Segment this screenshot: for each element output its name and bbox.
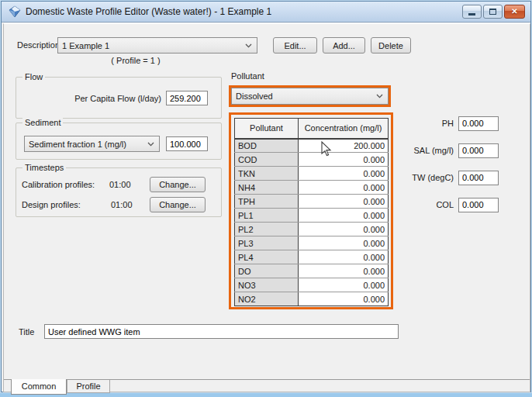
scalar-field-row: COL (361, 197, 500, 212)
pollutant-name-cell: COD (235, 153, 299, 167)
scalar-field-row: TW (degC) (361, 170, 500, 185)
profile-note: ( Profile = 1 ) (89, 56, 182, 65)
pollutant-name-cell: NO3 (235, 278, 299, 292)
timesteps-groupbox: Timesteps Calibration profiles: 01:00 Ch… (16, 167, 222, 217)
scalar-field-label: PH (361, 119, 454, 128)
close-icon: ✕ (511, 8, 517, 16)
tab-common[interactable]: Common (11, 379, 67, 395)
pollutant-name-cell: BOD (235, 139, 299, 153)
timesteps-legend: Timesteps (22, 163, 66, 172)
pollutant-name-cell: PL4 (235, 250, 299, 264)
concentration-cell[interactable]: 0.000 (299, 264, 389, 278)
flow-groupbox: Flow Per Capita Flow (l/day) (16, 77, 222, 119)
chevron-down-icon (147, 142, 154, 147)
scalar-field-label: TW (degC) (361, 173, 454, 182)
pollutant-name-cell: NO2 (235, 292, 299, 306)
per-capita-flow-label: Per Capita Flow (l/day) (16, 94, 161, 103)
description-combobox[interactable]: 1 Example 1 (57, 37, 257, 54)
pollutant-column-header: Pollutant (235, 119, 299, 139)
scalar-field-row: PH (361, 116, 500, 131)
scalar-field-label: SAL (mg/l) (361, 146, 454, 155)
add-button[interactable]: Add... (323, 37, 365, 54)
scalar-field-row: SAL (mg/l) (361, 143, 500, 158)
pollutant-name-cell: TKN (235, 167, 299, 181)
maximize-button[interactable] (483, 5, 503, 19)
change-calibration-button[interactable]: Change... (150, 177, 206, 192)
minimize-icon (468, 13, 475, 16)
pollutant-table-body: BOD200.000COD0.000TKN0.000NH40.000TPH0.0… (235, 139, 389, 306)
concentration-cell[interactable]: 0.000 (299, 250, 389, 264)
design-profiles-value: 01:00 (111, 200, 133, 209)
description-label: Description (17, 40, 60, 50)
table-row: NO20.000 (235, 292, 389, 306)
pollutant-name-cell: TPH (235, 195, 299, 209)
pollutant-section-label: Pollutant (231, 71, 264, 81)
chevron-down-icon (376, 94, 383, 98)
title-field-label: Title (19, 327, 34, 337)
title-input[interactable] (44, 324, 399, 339)
pollutant-name-cell: PL3 (235, 236, 299, 250)
scalar-field-input[interactable] (458, 143, 499, 158)
change-design-button[interactable]: Change... (150, 197, 206, 212)
concentration-cell[interactable]: 0.000 (299, 278, 389, 292)
table-row: DO0.000 (235, 264, 389, 278)
tab-profile[interactable]: Profile (67, 380, 110, 393)
calibration-profiles-label: Calibration profiles: (22, 180, 95, 189)
table-row: PL30.000 (235, 236, 389, 250)
concentration-cell[interactable]: 0.000 (299, 223, 389, 236)
per-capita-flow-input[interactable] (166, 91, 208, 105)
maximize-icon (489, 9, 496, 15)
sediment-groupbox: Sediment Sediment fraction 1 (mg/l) (16, 123, 222, 160)
scalar-field-input[interactable] (458, 116, 499, 131)
table-row: PL40.000 (235, 250, 389, 264)
delete-button[interactable]: Delete (371, 37, 411, 54)
scalar-field-input[interactable] (458, 198, 499, 212)
sediment-fraction-combobox[interactable]: Sediment fraction 1 (mg/l) (24, 136, 160, 152)
minimize-button[interactable] (462, 5, 482, 19)
tab-strip: Common Profile (4, 379, 530, 392)
concentration-cell[interactable]: 0.000 (299, 292, 389, 306)
pollutant-name-cell: PL2 (235, 223, 299, 236)
window-title: Domestic Waste Profile Editor (Waste wat… (26, 6, 271, 17)
app-icon (9, 5, 21, 18)
pollutant-phase-combobox[interactable]: Dissolved (231, 88, 389, 105)
scalar-field-label: COL (361, 200, 454, 209)
dialog-window: Domestic Waste Profile Editor (Waste wat… (1, 1, 531, 392)
pollutant-phase-value: Dissolved (232, 91, 376, 101)
design-profiles-label: Design profiles: (22, 200, 81, 209)
pollutant-name-cell: DO (235, 264, 299, 278)
cursor-pointer (321, 141, 333, 157)
pollutant-combo-highlight: Dissolved (229, 85, 391, 107)
calibration-profiles-value: 01:00 (109, 180, 131, 189)
edit-button[interactable]: Edit... (273, 37, 317, 54)
close-button[interactable]: ✕ (504, 5, 525, 19)
titlebar[interactable]: Domestic Waste Profile Editor (Waste wat… (2, 2, 530, 22)
sediment-concentration-input[interactable] (166, 136, 208, 151)
scalar-field-input[interactable] (458, 171, 499, 185)
sediment-legend: Sediment (22, 118, 63, 127)
chevron-down-icon (245, 43, 252, 48)
dialog-client-area: Description 1 Example 1 ( Profile = 1 ) … (3, 23, 530, 392)
pollutant-name-cell: NH4 (235, 181, 299, 195)
table-row: NO30.000 (235, 278, 389, 292)
concentration-cell[interactable]: 0.000 (299, 236, 389, 250)
pollutant-name-cell: PL1 (235, 209, 299, 223)
flow-legend: Flow (22, 72, 45, 81)
sediment-fraction-value: Sediment fraction 1 (mg/l) (25, 140, 147, 149)
table-row: PL20.000 (235, 223, 389, 236)
description-combobox-value: 1 Example 1 (58, 41, 245, 50)
